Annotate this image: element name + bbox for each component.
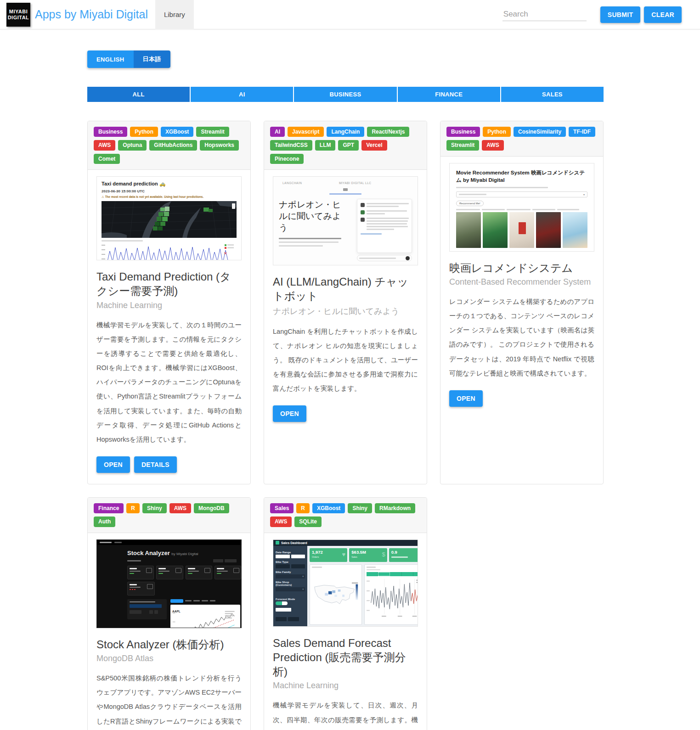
stock-title-text: Stock Analyzer	[127, 550, 170, 556]
miyabi-digital-logo-icon: MIYABI DIGITAL	[6, 3, 30, 27]
tag: Shiny	[348, 503, 372, 513]
movie-app-screenshot: Movie Recommender System 映画レコメンドシステム by …	[449, 163, 594, 252]
poster-image	[536, 212, 561, 248]
card-title: Taxi Demand Prediction (タクシー需要予測)	[96, 270, 242, 298]
tag: AI	[270, 127, 285, 137]
recommend-me-button-mock: Recommend Me!	[456, 201, 484, 206]
poster-image	[509, 212, 534, 248]
tag: MongoDB	[194, 503, 229, 513]
card-title: Sales Demand Forecast Prediction (販売需要予測…	[273, 636, 418, 679]
tag: AWS	[94, 140, 115, 150]
clear-button[interactable]: CLEAR	[644, 6, 682, 23]
tab-library[interactable]: Library	[155, 0, 194, 29]
tag: XGBoost	[312, 503, 345, 513]
tag-list: Finance R Shiny AWS MongoDB Auth	[88, 498, 250, 533]
logo-line1: MIYABI	[9, 9, 28, 15]
taxi-demand-chart: ✕	[102, 243, 237, 260]
lang-english-button[interactable]: ENGLISH	[87, 51, 134, 68]
card-subtitle: MongoDB Atlas	[96, 654, 242, 663]
search-input[interactable]	[502, 8, 587, 21]
taxi-app-screenshot: Taxi demand prediction 🚕 2023-06-30 15:0…	[96, 176, 242, 260]
send-icon	[406, 256, 410, 260]
app-title[interactable]: Apps by Miyabi Digital	[35, 8, 148, 21]
dollar-icon: $	[382, 551, 385, 558]
heart-pulse-icon: ♥	[342, 551, 346, 558]
card-description: 機械学習モデルを実装して、日次、週次、月次、四半期、年次の販売需要を予測します。…	[273, 698, 418, 730]
card-subtitle: ナポレオン・ヒルに聞いてみよう	[273, 306, 418, 317]
details-button[interactable]: DETAILS	[134, 456, 177, 473]
tag: R	[126, 503, 140, 513]
tag: Streamlit	[446, 140, 479, 150]
tag: GitHubActions	[149, 140, 197, 150]
kpi-value: 0.9	[391, 550, 418, 555]
tag: TailwindCSS	[270, 140, 312, 150]
header: MIYABI DIGITAL Apps by Miyabi Digital Li…	[0, 0, 700, 29]
tab-ai[interactable]: AI	[191, 87, 293, 102]
logo-line2: DIGITAL	[8, 15, 29, 21]
tag-list: Sales R XGBoost Shiny RMarkdown AWS SQLi…	[264, 498, 427, 533]
tag-list: Business Python XGBoost Streamlit AWS Op…	[88, 121, 250, 170]
tag: Sales	[270, 503, 294, 513]
open-button[interactable]: OPEN	[449, 390, 483, 407]
tag: AWS	[169, 503, 191, 513]
category-tabs: ALL AI BUSINESS FINANCE SALES	[87, 87, 604, 102]
card-subtitle: Machine Learning	[96, 301, 242, 310]
tag: LLM	[315, 140, 336, 150]
stock-byline: by Miyabi Digital	[171, 552, 198, 556]
tab-business[interactable]: BUSINESS	[294, 87, 396, 102]
svg-text:✕: ✕	[224, 251, 227, 256]
card-description: S&P500米国株銘柄の株価トレンド分析を行うウェブアプリです。アマゾンAWS …	[96, 671, 242, 730]
tag: React/Nextjs	[367, 127, 409, 137]
card-subtitle: Machine Learning	[273, 681, 418, 691]
movie-posters	[456, 212, 587, 248]
tag: AWS	[482, 140, 503, 150]
sidebar-label: Bike Family	[276, 571, 305, 573]
tag: TF-IDF	[569, 127, 595, 137]
tab-all[interactable]: ALL	[87, 87, 190, 102]
app-card-taxi-demand: Business Python XGBoost Streamlit AWS Op…	[87, 121, 251, 484]
card-title: Stock Analyzer (株価分析)	[96, 637, 242, 651]
chat-heading: ナポレオン・ヒルに聞いてみよう	[279, 199, 342, 233]
tag: Business	[446, 127, 480, 137]
tag: Hopsworks	[200, 140, 239, 150]
chat-messages-panel	[357, 199, 412, 253]
tab-sales[interactable]: SALES	[501, 87, 604, 102]
tab-finance[interactable]: FINANCE	[398, 87, 500, 102]
card-subtitle: Content-Based Recommender System	[449, 277, 594, 287]
sales-app-screenshot: Sales Dashboard Date Range Bike Type Bik…	[273, 539, 418, 627]
tag-list: Business Python CosineSimilarity TF-IDF …	[440, 121, 603, 157]
kpi-label: Sales	[351, 556, 384, 558]
tag: Shiny	[142, 503, 167, 513]
stock-price-chart: AAPL	[170, 605, 240, 628]
sidebar-label: Bike Type	[276, 561, 305, 563]
tag: Optuna	[118, 140, 147, 150]
open-button[interactable]: OPEN	[273, 405, 306, 422]
app-card-ai-chatbot: AI Javascript LangChain React/Nextjs Tai…	[264, 121, 427, 484]
chat-company: MIYABI DIGITAL LLC	[339, 181, 372, 185]
card-description: レコメンダー システムを構築するためのアプローチの１つである、コンテンツ ベース…	[449, 295, 594, 381]
lang-japanese-button[interactable]: 日本語	[134, 51, 170, 68]
open-button[interactable]: OPEN	[96, 456, 130, 473]
tag: R	[296, 503, 310, 513]
taxi-preview-warning: ⚠ The most recent data is not yet availa…	[102, 195, 237, 199]
app-card-stock-analyzer: Finance R Shiny AWS MongoDB Auth Stock A…	[87, 497, 251, 730]
card-title: AI (LLM/LangChain) チャットボット	[273, 275, 418, 303]
tag-list: AI Javascript LangChain React/Nextjs Tai…	[264, 121, 427, 170]
tag: RMarkdown	[375, 503, 415, 513]
poster-image	[563, 212, 587, 248]
taxi-preview-timestamp: 2023-06-30 15:00:00 UTC	[102, 189, 237, 193]
card-title: 映画レコメンドシステム	[449, 261, 594, 275]
poster-image	[456, 212, 481, 248]
app-card-sales-forecast: Sales R XGBoost Shiny RMarkdown AWS SQLi…	[264, 497, 427, 730]
sales-timeseries-chart	[367, 576, 418, 618]
sidebar-label: Forecast Mode	[276, 598, 305, 601]
kpi-value: $63.5M	[351, 550, 384, 555]
tag: XGBoost	[161, 127, 193, 137]
chat-brand: LANGCHAIN	[282, 181, 302, 185]
sidebar-label: Date Range	[276, 551, 305, 554]
sales-map-panel	[310, 564, 362, 625]
sales-navbar-title: Sales Dashboard	[281, 541, 307, 545]
submit-button[interactable]: SUBMIT	[600, 6, 640, 23]
sales-sidebar: Date Range Bike Type Bike Family ▾ Bike …	[273, 546, 307, 626]
chevron-down-icon: ▾	[583, 193, 585, 196]
